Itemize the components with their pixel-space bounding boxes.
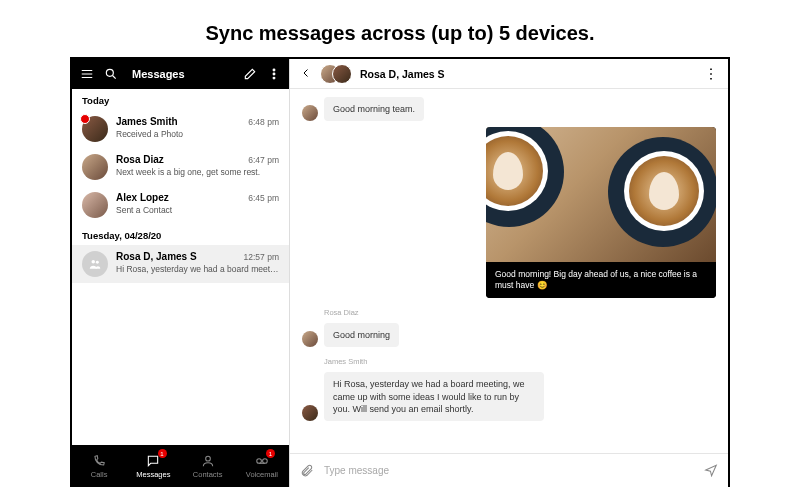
- sidebar-header: Messages: [72, 59, 289, 89]
- section-label: Tuesday, 04/28/20: [72, 224, 289, 245]
- more-icon[interactable]: [267, 67, 281, 81]
- avatar: [82, 154, 108, 180]
- chat-title: Rosa D, James S: [360, 68, 445, 80]
- nav-contacts[interactable]: Contacts: [181, 445, 235, 487]
- compose-icon[interactable]: [243, 67, 257, 81]
- message-input[interactable]: [324, 465, 694, 476]
- nav-label: Contacts: [193, 470, 223, 479]
- unread-dot-icon: [80, 114, 90, 124]
- chat-pane: Rosa D, James S ⋯ Good morning team. Goo…: [290, 59, 728, 487]
- conversation-time: 6:47 pm: [248, 155, 279, 165]
- message-composer: [290, 453, 728, 487]
- svg-point-6: [205, 456, 210, 461]
- conversation-preview: Sent a Contact: [116, 205, 279, 215]
- conversation-preview: Next week is a big one, get some rest.: [116, 167, 279, 177]
- phone-icon: [92, 454, 106, 468]
- avatar: [82, 116, 108, 142]
- bottom-nav: Calls 1 Messages Contacts 1 Voicemail: [72, 445, 289, 487]
- message-thread: Good morning team. Good morning! Big day…: [290, 89, 728, 453]
- message-bubble: Good morning: [324, 323, 399, 347]
- conversation-time: 6:45 pm: [248, 193, 279, 203]
- back-icon[interactable]: [300, 67, 312, 81]
- photo-image: [486, 127, 716, 262]
- nav-messages[interactable]: 1 Messages: [126, 445, 180, 487]
- conversation-preview: Hi Rosa, yesterday we had a board meetin…: [116, 264, 279, 274]
- menu-icon[interactable]: [80, 67, 94, 81]
- conversation-preview: Received a Photo: [116, 129, 279, 139]
- monitor-frame: Messages Today James Smith6:48 pm Receiv…: [0, 57, 800, 487]
- conversation-list: Today James Smith6:48 pm Received a Phot…: [72, 89, 289, 445]
- search-icon[interactable]: [104, 67, 118, 81]
- header-avatars: [320, 64, 352, 84]
- nav-label: Calls: [91, 470, 108, 479]
- chat-header: Rosa D, James S ⋯: [290, 59, 728, 89]
- svg-point-2: [273, 73, 275, 75]
- svg-point-4: [92, 260, 96, 264]
- conversation-name: Alex Lopez: [116, 192, 169, 203]
- sender-label: Rosa Diaz: [324, 308, 716, 317]
- conversation-name: Rosa Diaz: [116, 154, 164, 165]
- avatar: [332, 64, 352, 84]
- avatar: [82, 192, 108, 218]
- conversation-time: 6:48 pm: [248, 117, 279, 127]
- page-headline: Sync messages across (up to) 5 devices.: [0, 0, 800, 57]
- message-incoming: Hi Rosa, yesterday we had a board meetin…: [302, 372, 716, 420]
- conversation-time: 12:57 pm: [244, 252, 279, 262]
- photo-caption: Good morning! Big day ahead of us, a nic…: [486, 262, 716, 298]
- messaging-app: Messages Today James Smith6:48 pm Receiv…: [72, 59, 728, 487]
- contacts-icon: [201, 454, 215, 468]
- nav-badge: 1: [158, 449, 167, 458]
- message-bubble: Hi Rosa, yesterday we had a board meetin…: [324, 372, 544, 420]
- nav-voicemail[interactable]: 1 Voicemail: [235, 445, 289, 487]
- svg-point-3: [273, 77, 275, 79]
- send-icon[interactable]: [704, 463, 718, 479]
- svg-point-7: [257, 458, 262, 463]
- svg-point-0: [106, 69, 113, 76]
- message-incoming: Good morning: [302, 323, 716, 347]
- section-label: Today: [72, 89, 289, 110]
- conversation-name: Rosa D, James S: [116, 251, 197, 262]
- conversation-item[interactable]: Rosa Diaz6:47 pm Next week is a big one,…: [72, 148, 289, 186]
- nav-label: Messages: [136, 470, 170, 479]
- message-outgoing: Good morning! Big day ahead of us, a nic…: [302, 127, 716, 298]
- chat-more-icon[interactable]: ⋯: [703, 66, 719, 81]
- message-incoming: Good morning team.: [302, 97, 716, 121]
- sender-label: James Smith: [324, 357, 716, 366]
- message-avatar: [302, 105, 318, 121]
- conversation-item[interactable]: James Smith6:48 pm Received a Photo: [72, 110, 289, 148]
- photo-message[interactable]: Good morning! Big day ahead of us, a nic…: [486, 127, 716, 298]
- svg-point-1: [273, 69, 275, 71]
- attachment-icon[interactable]: [300, 463, 314, 479]
- conversation-item[interactable]: Rosa D, James S12:57 pm Hi Rosa, yesterd…: [72, 245, 289, 283]
- nav-calls[interactable]: Calls: [72, 445, 126, 487]
- sidebar: Messages Today James Smith6:48 pm Receiv…: [72, 59, 290, 487]
- nav-label: Voicemail: [246, 470, 278, 479]
- group-avatar-icon: [82, 251, 108, 277]
- conversation-name: James Smith: [116, 116, 178, 127]
- sidebar-title: Messages: [132, 68, 233, 80]
- svg-point-8: [262, 458, 267, 463]
- conversation-item[interactable]: Alex Lopez6:45 pm Sent a Contact: [72, 186, 289, 224]
- svg-point-5: [96, 261, 99, 264]
- message-avatar: [302, 405, 318, 421]
- message-avatar: [302, 331, 318, 347]
- message-bubble: Good morning team.: [324, 97, 424, 121]
- nav-badge: 1: [266, 449, 275, 458]
